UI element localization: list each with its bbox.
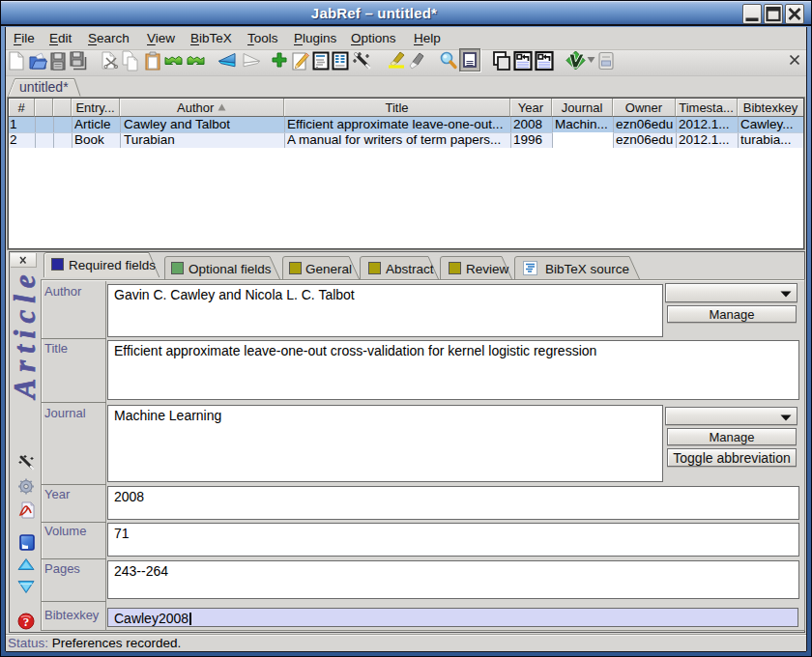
svg-text:?: ? (23, 614, 30, 629)
